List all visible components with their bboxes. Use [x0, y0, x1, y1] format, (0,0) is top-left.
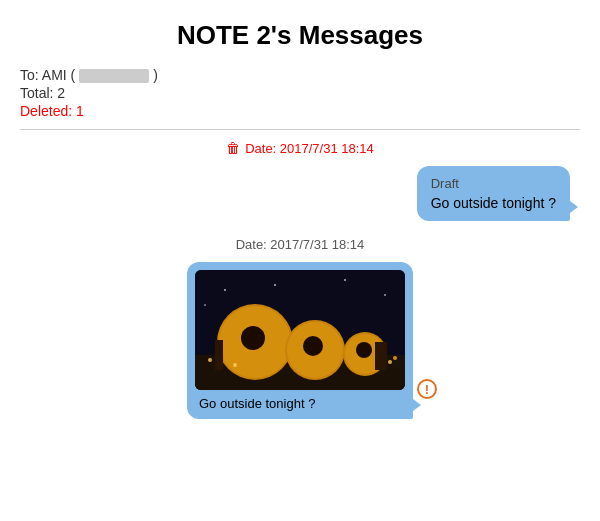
svg-point-18	[208, 358, 212, 362]
draft-label: Draft	[431, 176, 556, 191]
svg-point-13	[224, 289, 226, 291]
svg-point-20	[388, 360, 392, 364]
page-title: NOTE 2's Messages	[20, 20, 580, 51]
draft-message-text: Go outside tonight ?	[431, 195, 556, 211]
message-area: 🗑 Date: 2017/7/31 18:14 Draft Go outside…	[20, 140, 580, 419]
recipient-close: )	[153, 67, 158, 83]
svg-point-4	[241, 326, 265, 350]
date-label-1: 🗑 Date: 2017/7/31 18:14	[20, 140, 580, 156]
svg-point-16	[384, 294, 386, 296]
svg-point-10	[356, 342, 372, 358]
message-row-1: Draft Go outside tonight ?	[20, 166, 580, 221]
recipient-line: To: AMI ()	[20, 67, 580, 83]
draft-bubble: Draft Go outside tonight ?	[417, 166, 570, 221]
svg-rect-11	[215, 340, 223, 370]
total-line: Total: 2	[20, 85, 580, 101]
image-bubble-container: Go outside tonight ? !	[187, 262, 413, 419]
svg-point-15	[344, 279, 346, 281]
svg-point-14	[274, 284, 276, 286]
image-message-text: Go outside tonight ?	[195, 396, 405, 411]
date-label-2: Date: 2017/7/31 18:14	[20, 237, 580, 252]
image-message-row: Go outside tonight ? !	[20, 262, 580, 419]
message-image	[195, 270, 405, 390]
image-bubble: Go outside tonight ?	[187, 262, 413, 419]
svg-point-7	[303, 336, 323, 356]
trash-icon: 🗑	[226, 140, 240, 156]
svg-rect-12	[375, 342, 387, 370]
deleted-line: Deleted: 1	[20, 103, 580, 119]
svg-point-19	[233, 363, 237, 367]
redacted-number	[79, 69, 149, 83]
section-divider	[20, 129, 580, 130]
recipient-label: To: AMI (	[20, 67, 75, 83]
warning-icon: !	[417, 379, 437, 399]
svg-point-21	[393, 356, 397, 360]
svg-point-17	[204, 304, 206, 306]
